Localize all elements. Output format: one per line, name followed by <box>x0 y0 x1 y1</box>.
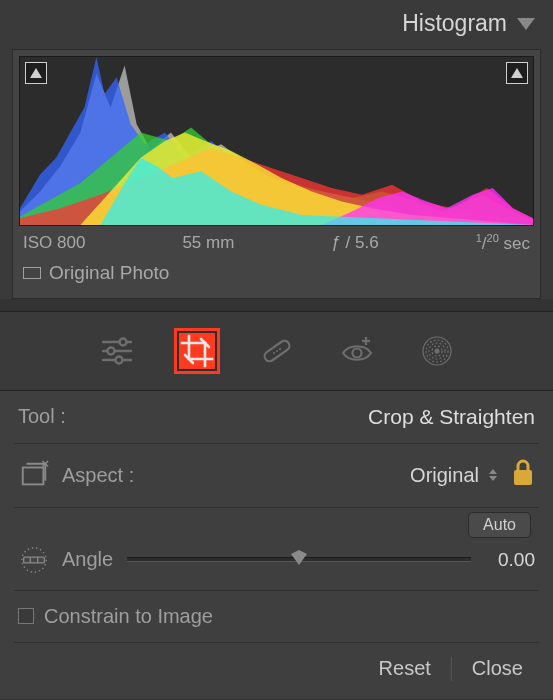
tool-label: Tool : <box>18 405 66 428</box>
angle-label: Angle <box>62 548 113 571</box>
svg-point-3 <box>107 347 114 354</box>
close-button[interactable]: Close <box>472 657 523 680</box>
tool-name-row: Tool : Crop & Straighten <box>14 391 539 444</box>
heal-tool-button[interactable] <box>254 328 300 374</box>
shutter-label: 1/20 sec <box>476 232 530 254</box>
collapse-triangle-icon[interactable] <box>517 18 535 30</box>
svg-point-1 <box>119 338 126 345</box>
tool-options-panel: Tool : Crop & Straighten Aspect : Origin… <box>0 391 553 699</box>
panel-divider <box>0 299 553 311</box>
svg-point-17 <box>435 349 439 353</box>
svg-point-7 <box>273 352 275 354</box>
constrain-checkbox[interactable] <box>18 608 34 624</box>
original-photo-label: Original Photo <box>49 262 169 284</box>
histogram-panel-header[interactable]: Histogram <box>0 0 553 45</box>
redeye-tool-button[interactable] <box>334 328 380 374</box>
svg-point-10 <box>352 348 361 357</box>
aspect-row: Aspect : Original <box>14 444 539 508</box>
original-photo-checkbox[interactable] <box>23 267 41 279</box>
svg-rect-21 <box>24 557 45 563</box>
svg-point-5 <box>115 356 122 363</box>
aspect-icon[interactable] <box>18 459 50 491</box>
reset-button[interactable]: Reset <box>379 657 431 680</box>
eye-plus-icon <box>339 333 375 369</box>
aspect-label: Aspect : <box>62 464 134 487</box>
footer-separator <box>451 657 452 681</box>
panel-title: Histogram <box>402 10 507 37</box>
level-icon[interactable] <box>18 544 50 576</box>
angle-value[interactable]: 0.00 <box>485 549 535 571</box>
tool-name-value: Crop & Straighten <box>368 405 535 429</box>
tool-footer: Reset Close <box>14 643 539 699</box>
histogram-svg <box>20 57 533 225</box>
angle-slider[interactable] <box>127 557 471 562</box>
constrain-row[interactable]: Constrain to Image <box>14 591 539 643</box>
tool-strip <box>0 311 553 391</box>
histogram-chart[interactable] <box>19 56 534 226</box>
svg-rect-19 <box>514 470 532 485</box>
crop-icon <box>179 333 215 369</box>
histogram-area: ISO 800 55 mm ƒ / 5.6 1/20 sec Original … <box>12 49 541 299</box>
adjust-tool-button[interactable] <box>94 328 140 374</box>
focal-length-label: 55 mm <box>182 233 234 253</box>
constrain-label: Constrain to Image <box>44 605 213 628</box>
aperture-label: ƒ / 5.6 <box>331 233 378 253</box>
original-photo-row[interactable]: Original Photo <box>19 256 534 292</box>
aspect-value: Original <box>410 464 479 487</box>
mask-tool-button[interactable] <box>414 328 460 374</box>
angle-row: Auto Angle 0.00 <box>14 508 539 591</box>
svg-point-9 <box>276 350 278 352</box>
svg-point-8 <box>279 348 281 350</box>
lock-icon[interactable] <box>511 458 535 493</box>
radial-mask-icon <box>419 333 455 369</box>
sliders-icon <box>99 333 135 369</box>
bandaid-icon <box>259 333 295 369</box>
aspect-dropdown[interactable]: Original <box>410 464 497 487</box>
svg-rect-18 <box>23 468 44 485</box>
angle-auto-button[interactable]: Auto <box>468 512 531 538</box>
slider-knob-icon[interactable] <box>291 554 307 565</box>
iso-label: ISO 800 <box>23 233 85 253</box>
dropdown-arrows-icon <box>489 469 497 481</box>
crop-tool-button[interactable] <box>174 328 220 374</box>
exposure-metadata-row: ISO 800 55 mm ƒ / 5.6 1/20 sec <box>19 226 534 256</box>
